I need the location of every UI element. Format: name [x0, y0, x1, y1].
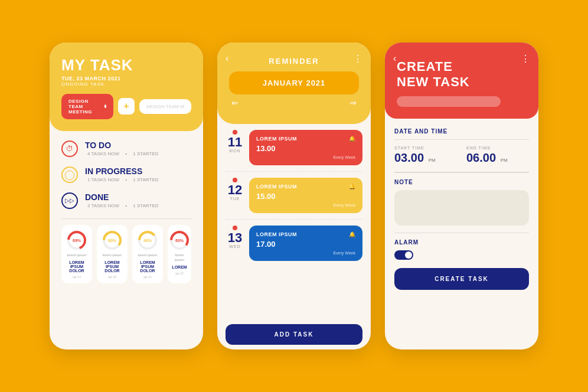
end-time-col: END TIME 06.00 PM	[466, 146, 529, 165]
todo-info: TO DO 4 TASKS NOW • 1 STARTED	[85, 141, 161, 156]
cal-event-1[interactable]: LOREM IPSUM 🔔 13.00 Every Week	[249, 130, 362, 165]
screen3-header: ‹ ⋮ CREATENEW TASK	[385, 43, 538, 119]
inprogress-info: IN PROGRESS 1 TASKS NOW • 1 STARTED	[85, 166, 161, 182]
progress-card-1[interactable]: 69% lorem ipsum LOREM IPSUM DOLOR apr 14	[61, 225, 92, 283]
task-card-add[interactable]: +	[118, 98, 135, 115]
card4-sublabel: lorem ipsum	[171, 253, 188, 263]
done-info: DONE 2 TASKS NOW • 1 STARTED	[85, 192, 161, 208]
cal-day-3: WED	[229, 244, 240, 249]
screen1-date: TUE, 23 MARCH 2021	[61, 76, 191, 81]
cal-date-2: 12 TUE	[226, 178, 244, 201]
month-card: JANUARY 2021	[229, 71, 359, 94]
month-nav: ⇐ ⇒	[229, 98, 359, 107]
cal-day-1: MON	[229, 149, 240, 153]
todo-icon: ⏱	[61, 141, 78, 157]
screen2-more-icon[interactable]: ⋮	[353, 53, 362, 64]
card2-sub: apr 16	[108, 275, 116, 279]
screen1-header: MY TASK TUE, 23 MARCH 2021 ONGOING TASK …	[50, 43, 203, 131]
donut-2-text: 60%	[108, 239, 116, 243]
cal-event-2[interactable]: LOREM IPSUM 🔔 15.00 Every Week	[249, 178, 362, 213]
inprogress-title: IN PROGRESS	[85, 166, 161, 176]
card3-sub: apr 21	[143, 275, 152, 279]
reminder-title: REMINDER	[229, 57, 359, 66]
donut-1-text: 69%	[73, 239, 81, 243]
cal-event-2-freq: Every Week	[256, 203, 355, 207]
card2-sublabel: lorem ipsum	[103, 253, 122, 258]
month-prev-icon[interactable]: ⇐	[231, 98, 239, 107]
screen2-body: 11 MON LOREM IPSUM 🔔 13.00 Every Week 12…	[217, 124, 371, 319]
start-time-label: START TIME	[394, 146, 457, 150]
end-time-value: 06.00 PM	[466, 151, 529, 165]
screen-2: ‹ ⋮ REMINDER JANUARY 2021 ⇐ ⇒ 11 MON LOR…	[217, 43, 371, 349]
card4-sub: apr 22	[175, 272, 184, 275]
bell-icon-1: 🔔	[349, 136, 355, 142]
cal-event-3-header: LOREM IPSUM 🔔	[256, 231, 355, 237]
bell-icon-3: 🔔	[349, 231, 355, 237]
progress-card-4[interactable]: 60% lorem ipsum LOREM apr 22	[168, 225, 191, 283]
done-meta: 2 TASKS NOW • 1 STARTED	[85, 203, 161, 208]
inprogress-meta: 1 TASKS NOW • 1 STARTED	[85, 177, 161, 182]
cal-event-3-title: LOREM IPSUM	[256, 231, 297, 237]
cal-num-1: 11	[228, 136, 242, 149]
screen3-more-icon[interactable]: ⋮	[521, 53, 530, 64]
cal-num-3: 13	[228, 231, 242, 244]
divider	[61, 218, 191, 220]
cal-event-1-freq: Every Week	[256, 155, 355, 159]
cal-event-1-title: LOREM IPSUM	[256, 136, 297, 142]
calendar-row-3: 13 WED LOREM IPSUM 🔔 17.00 Every Week	[226, 226, 362, 267]
task-name-input[interactable]	[397, 96, 501, 107]
progress-row: 69% lorem ipsum LOREM IPSUM DOLOR apr 14…	[61, 225, 191, 283]
task-section-todo[interactable]: ⏱ TO DO 4 TASKS NOW • 1 STARTED	[61, 141, 191, 157]
screen-1: MY TASK TUE, 23 MARCH 2021 ONGOING TASK …	[50, 43, 203, 349]
screen3-back-icon[interactable]: ‹	[393, 53, 396, 64]
card1-sublabel: lorem ipsum	[67, 253, 87, 258]
screen2-back-icon[interactable]: ‹	[226, 53, 228, 64]
end-time-label: END TIME	[466, 146, 529, 150]
task-section-inprogress[interactable]: ◯ IN PROGRESS 1 TASKS NOW • 1 STARTED	[61, 166, 191, 183]
task-card-red[interactable]: DESIGN TEAM MEETING	[61, 94, 113, 119]
month-label: JANUARY 2021	[236, 79, 352, 87]
divider4	[394, 233, 529, 234]
add-task-button[interactable]: ADD TASK	[226, 324, 362, 345]
cal-dot-1	[233, 130, 237, 135]
donut-3-text: 40%	[143, 239, 152, 243]
screen1-title: MY TASK	[61, 57, 191, 74]
task-card-ghost: DESIGN TEAM M	[139, 99, 191, 114]
progress-card-3[interactable]: 40% lorem ipsum LOREM IPSUM DOLOR apr 21	[132, 225, 163, 283]
cal-event-2-title: LOREM IPSUM	[256, 184, 297, 190]
cal-dot-2	[233, 178, 237, 182]
done-icon: ▷▷	[61, 192, 78, 209]
cal-day-2: TUE	[230, 197, 240, 201]
task-section-done[interactable]: ▷▷ DONE 2 TASKS NOW • 1 STARTED	[61, 192, 191, 209]
card3-title: LOREM IPSUM DOLOR	[136, 260, 159, 273]
donut-2: 60%	[102, 230, 123, 251]
start-time-col: START TIME 03.00 PM	[394, 146, 457, 165]
todo-title: TO DO	[85, 141, 161, 150]
card1-title: LOREM IPSUM DOLOR	[65, 260, 89, 273]
alarm-toggle[interactable]	[394, 250, 413, 260]
task-card-row: DESIGN TEAM MEETING + DESIGN TEAM M	[61, 94, 191, 119]
datetime-row: START TIME 03.00 PM END TIME 06.00 PM	[394, 146, 529, 165]
card2-title: LOREM IPSUM DOLOR	[100, 260, 124, 273]
screen1-ongoing: ONGOING TASK	[61, 81, 191, 87]
calendar-row-1: 11 MON LOREM IPSUM 🔔 13.00 Every Week	[226, 130, 362, 172]
cal-date-3: 13 WED	[226, 226, 244, 249]
divider3	[394, 172, 529, 173]
donut-4-text: 60%	[175, 239, 184, 243]
screen-3: ‹ ⋮ CREATENEW TASK DATE AND TIME START T…	[385, 43, 538, 349]
task-card-dot	[104, 104, 107, 108]
progress-card-2[interactable]: 60% lorem ipsum LOREM IPSUM DOLOR apr 16	[97, 225, 128, 283]
note-input[interactable]	[394, 190, 529, 226]
cal-event-3-time: 17.00	[256, 240, 355, 249]
cal-date-1: 11 MON	[226, 130, 244, 153]
create-title: CREATENEW TASK	[397, 59, 527, 90]
create-task-button[interactable]: CREATE TASK	[394, 268, 529, 290]
screen2-header: ‹ ⋮ REMINDER JANUARY 2021 ⇐ ⇒	[217, 43, 371, 124]
month-next-icon[interactable]: ⇒	[349, 98, 357, 107]
task-card-label: DESIGN TEAM MEETING	[68, 99, 104, 115]
calendar-row-2: 12 TUE LOREM IPSUM 🔔 15.00 Every Week	[226, 178, 362, 220]
cal-event-3[interactable]: LOREM IPSUM 🔔 17.00 Every Week	[249, 226, 362, 261]
cal-event-2-header: LOREM IPSUM 🔔	[256, 184, 355, 190]
screen1-body: ⏱ TO DO 4 TASKS NOW • 1 STARTED ◯ IN PRO…	[50, 131, 203, 349]
todo-meta: 4 TASKS NOW • 1 STARTED	[85, 151, 161, 156]
